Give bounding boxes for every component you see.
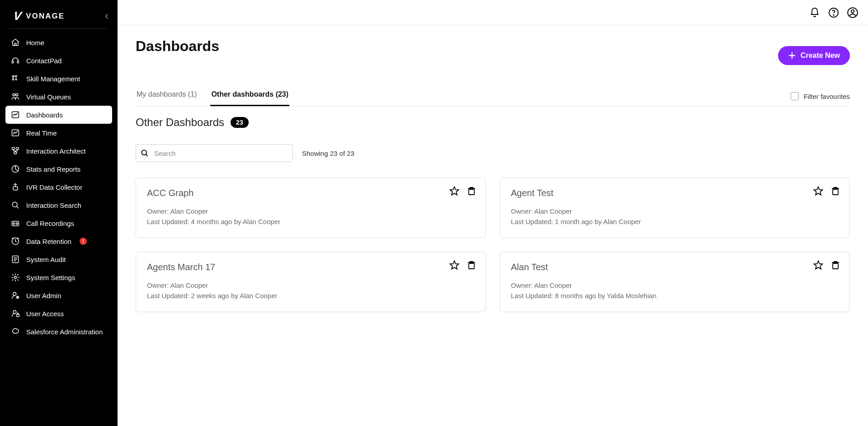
sidebar-item-interaction-architect[interactable]: Interaction Architect bbox=[5, 142, 112, 160]
sidebar-item-ivr-data-collector[interactable]: IVR Data Collector bbox=[5, 178, 112, 196]
trash-icon bbox=[466, 186, 477, 197]
sidebar-item-label: Skill Management bbox=[26, 75, 80, 83]
card-owner: Owner: Alan Cooper bbox=[147, 281, 475, 291]
retention-icon bbox=[11, 237, 20, 246]
notifications-button[interactable] bbox=[808, 6, 821, 19]
create-new-label: Create New bbox=[801, 51, 840, 60]
delete-button[interactable] bbox=[466, 185, 477, 197]
card-updated: Last Updated: 8 months ago by Yalda Mosl… bbox=[511, 291, 839, 301]
tab-label: Other dashboards (23) bbox=[211, 90, 288, 98]
favourite-button[interactable] bbox=[812, 259, 824, 271]
sidebar-item-label: Home bbox=[26, 39, 44, 47]
dashboard-card[interactable]: Agents March 17Owner: Alan CooperLast Up… bbox=[136, 252, 486, 312]
sidebar-item-virtual-queues[interactable]: Virtual Queues bbox=[5, 88, 112, 106]
star-icon bbox=[449, 260, 460, 271]
brand-name: VONAGE bbox=[26, 12, 65, 21]
sidebar-item-call-recordings[interactable]: Call Recordings bbox=[5, 214, 112, 232]
sidebar-item-system-audit[interactable]: System Audit bbox=[5, 250, 112, 268]
dashboard-card[interactable]: ACC GraphOwner: Alan CooperLast Updated:… bbox=[136, 178, 486, 238]
user-access-icon bbox=[11, 309, 20, 318]
bell-icon bbox=[809, 7, 820, 18]
section-count-badge: 23 bbox=[231, 117, 249, 128]
salesforce-icon bbox=[11, 327, 20, 336]
trash-icon bbox=[830, 186, 841, 197]
card-title: Agent Test bbox=[511, 188, 839, 198]
chevron-left-icon bbox=[105, 13, 108, 19]
tab-other-dashboards[interactable]: Other dashboards (23) bbox=[210, 87, 289, 106]
architect-icon bbox=[11, 146, 20, 155]
card-owner: Owner: Alan Cooper bbox=[511, 206, 839, 217]
sidebar-item-salesforce-administration[interactable]: Salesforce Administration bbox=[5, 323, 112, 341]
star-icon bbox=[813, 186, 824, 197]
sidebar-item-real-time[interactable]: Real Time bbox=[5, 124, 112, 142]
svg-point-6 bbox=[142, 150, 146, 155]
settings-icon bbox=[11, 273, 20, 282]
brand-logo: V VONAGE bbox=[14, 9, 65, 23]
favourite-button[interactable] bbox=[812, 185, 824, 197]
dashboard-cards: ACC GraphOwner: Alan CooperLast Updated:… bbox=[136, 178, 850, 312]
sidebar-item-label: Stats and Reports bbox=[26, 165, 80, 173]
svg-line-7 bbox=[146, 154, 148, 156]
tab-label: My dashboards (1) bbox=[137, 90, 197, 98]
help-button[interactable] bbox=[827, 6, 840, 19]
user-admin-icon bbox=[11, 291, 20, 300]
filter-favourites[interactable]: Filter favourites bbox=[791, 92, 850, 100]
delete-button[interactable] bbox=[830, 259, 841, 271]
skills-icon bbox=[11, 74, 20, 83]
plus-icon bbox=[788, 51, 796, 60]
search-input[interactable] bbox=[136, 144, 293, 162]
search-box bbox=[136, 144, 293, 162]
home-icon bbox=[11, 38, 20, 47]
sidebar-item-contactpad[interactable]: ContactPad bbox=[5, 51, 112, 70]
sidebar-item-home[interactable]: Home bbox=[5, 33, 112, 51]
alert-badge: ! bbox=[80, 238, 87, 245]
recordings-icon bbox=[11, 219, 20, 228]
create-new-button[interactable]: Create New bbox=[778, 46, 850, 65]
brand-mark-icon: V bbox=[13, 9, 23, 23]
search-icon bbox=[11, 201, 20, 210]
svg-point-1 bbox=[833, 14, 834, 15]
filter-favourites-checkbox[interactable] bbox=[791, 92, 799, 100]
trash-icon bbox=[830, 260, 841, 271]
sidebar-item-dashboards[interactable]: Dashboards bbox=[5, 106, 112, 124]
tabs: My dashboards (1) Other dashboards (23) bbox=[136, 87, 289, 106]
sidebar-item-system-settings[interactable]: System Settings bbox=[5, 268, 112, 286]
card-updated: Last Updated: 2 weeks ago by Alan Cooper bbox=[147, 291, 475, 301]
dashboard-card[interactable]: Agent TestOwner: Alan CooperLast Updated… bbox=[500, 178, 850, 238]
sidebar-item-user-admin[interactable]: User Admin bbox=[5, 286, 112, 304]
page-title: Dashboards bbox=[136, 38, 219, 55]
sidebar-item-stats-and-reports[interactable]: Stats and Reports bbox=[5, 160, 112, 178]
showing-count: Showing 23 of 23 bbox=[302, 150, 354, 157]
trash-icon bbox=[466, 260, 477, 271]
tab-my-dashboards[interactable]: My dashboards (1) bbox=[136, 87, 198, 106]
headset-icon bbox=[11, 56, 20, 65]
section-title: Other Dashboards bbox=[136, 116, 224, 129]
divider bbox=[9, 28, 108, 29]
sidebar-item-user-access[interactable]: User Access bbox=[5, 304, 112, 323]
sidebar-item-skill-management[interactable]: Skill Management bbox=[5, 70, 112, 88]
content: Dashboards Create New My dashboards (1) … bbox=[118, 25, 868, 426]
sidebar-item-label: Salesforce Administration bbox=[26, 328, 103, 336]
delete-button[interactable] bbox=[466, 259, 477, 271]
audit-icon bbox=[11, 255, 20, 264]
stats-icon bbox=[11, 164, 20, 173]
delete-button[interactable] bbox=[830, 185, 841, 197]
account-icon bbox=[847, 7, 859, 19]
favourite-button[interactable] bbox=[448, 259, 460, 271]
filter-favourites-label: Filter favourites bbox=[803, 93, 850, 100]
dashboard-icon bbox=[11, 110, 20, 119]
sidebar-item-interaction-search[interactable]: Interaction Search bbox=[5, 196, 112, 214]
sidebar-item-label: Data Retention bbox=[26, 238, 71, 245]
dashboard-card[interactable]: Alan TestOwner: Alan CooperLast Updated:… bbox=[500, 252, 850, 312]
queues-icon bbox=[11, 92, 20, 101]
help-icon bbox=[828, 7, 839, 18]
sidebar-item-data-retention[interactable]: Data Retention! bbox=[5, 232, 112, 250]
favourite-button[interactable] bbox=[448, 185, 460, 197]
sidebar: V VONAGE HomeContactPadSkill ManagementV… bbox=[0, 0, 118, 426]
sidebar-item-label: User Admin bbox=[26, 292, 61, 300]
sidebar-collapse-button[interactable] bbox=[105, 13, 108, 19]
card-title: Agents March 17 bbox=[147, 262, 475, 272]
card-title: Alan Test bbox=[511, 262, 839, 272]
account-button[interactable] bbox=[846, 6, 859, 19]
svg-point-3 bbox=[851, 10, 854, 13]
